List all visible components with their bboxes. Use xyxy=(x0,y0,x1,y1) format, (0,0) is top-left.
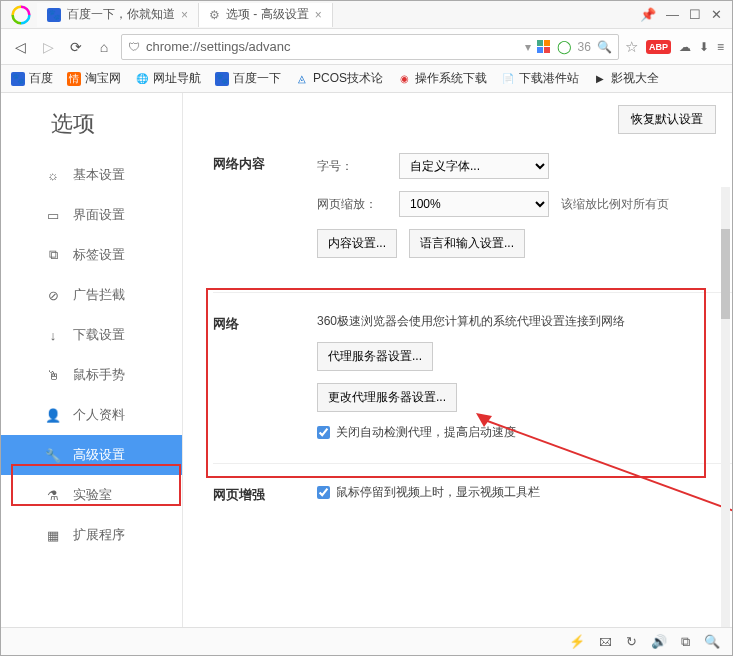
sidebar-item-tabs[interactable]: ⧉标签设置 xyxy=(1,235,182,275)
url-input[interactable] xyxy=(146,39,519,54)
sidebar-label: 高级设置 xyxy=(73,446,125,464)
lang-settings-button[interactable]: 语言和输入设置... xyxy=(409,229,525,258)
bookmark-label: PCOS技术论 xyxy=(313,70,383,87)
bookmark-label: 淘宝网 xyxy=(85,70,121,87)
bookmark-label: 百度 xyxy=(29,70,53,87)
home-button[interactable]: ⌂ xyxy=(93,36,115,58)
bookmark-item[interactable]: ◉操作系统下载 xyxy=(397,70,487,87)
close-button[interactable]: ✕ xyxy=(711,7,722,22)
browser-toolbar: ◁ ▷ ⟳ ⌂ 🛡 ▾ ◯ 36 🔍 ☆ ABP ☁ ⬇ ≡ xyxy=(1,29,732,65)
sidebar-title: 选项 xyxy=(1,93,182,155)
browser-tab-active[interactable]: ⚙ 选项 - 高级设置 × xyxy=(199,3,333,27)
sidebar-item-ui[interactable]: ▭界面设置 xyxy=(1,195,182,235)
tab-title: 百度一下，你就知道 xyxy=(67,6,175,23)
sidebar-label: 鼠标手势 xyxy=(73,366,125,384)
os-icon: ◉ xyxy=(397,72,411,86)
sidebar-label: 扩展程序 xyxy=(73,526,125,544)
browser-tab[interactable]: 🐾 百度一下，你就知道 × xyxy=(37,3,199,27)
search-icon[interactable]: 🔍 xyxy=(597,40,612,54)
bookmark-item[interactable]: 📄下载港件站 xyxy=(501,70,579,87)
zoom-select[interactable]: 100% xyxy=(399,191,549,217)
download-icon: 📄 xyxy=(501,72,515,86)
forward-button[interactable]: ▷ xyxy=(37,36,59,58)
bookmark-item[interactable]: 🐾百度一下 xyxy=(215,70,281,87)
scrollbar-thumb[interactable] xyxy=(721,229,730,319)
tabs-icon: ⧉ xyxy=(45,247,61,263)
block-icon: ⊘ xyxy=(45,288,61,303)
settings-sidebar: 选项 ☼基本设置 ▭界面设置 ⧉标签设置 ⊘广告拦截 ↓下载设置 🖱鼠标手势 👤… xyxy=(1,93,183,627)
split-icon[interactable]: ⧉ xyxy=(681,634,690,650)
page-content: 选项 ☼基本设置 ▭界面设置 ⧉标签设置 ⊘广告拦截 ↓下载设置 🖱鼠标手势 👤… xyxy=(1,93,732,627)
compat-icon[interactable]: ⚡ xyxy=(569,634,585,649)
sidebar-item-profile[interactable]: 👤个人资料 xyxy=(1,395,182,435)
restore-default-button[interactable]: 恢复默认设置 xyxy=(618,105,716,134)
sidebar-label: 基本设置 xyxy=(73,166,125,184)
reload-button[interactable]: ⟳ xyxy=(65,36,87,58)
sun-icon: ☼ xyxy=(45,168,61,183)
back-button[interactable]: ◁ xyxy=(9,36,31,58)
abp-icon[interactable]: ABP xyxy=(646,40,671,54)
grid-icon: ▦ xyxy=(45,528,61,543)
sidebar-item-download[interactable]: ↓下载设置 xyxy=(1,315,182,355)
tab-close-icon[interactable]: × xyxy=(315,8,322,22)
sidebar-item-mouse[interactable]: 🖱鼠标手势 xyxy=(1,355,182,395)
baidu-icon: 🐾 xyxy=(47,8,61,22)
baidu-icon: 🐾 xyxy=(215,72,229,86)
sidebar-label: 界面设置 xyxy=(73,206,125,224)
apps-icon[interactable] xyxy=(537,40,551,53)
tab-close-icon[interactable]: × xyxy=(181,8,188,22)
sidebar-label: 标签设置 xyxy=(73,246,125,264)
font-label: 字号： xyxy=(317,158,387,175)
bookmark-label: 影视大全 xyxy=(611,70,659,87)
video-toolbar-checkbox[interactable] xyxy=(317,486,330,499)
tab-title: 选项 - 高级设置 xyxy=(226,6,309,23)
sidebar-label: 广告拦截 xyxy=(73,286,125,304)
bookmark-item[interactable]: 🐾百度 xyxy=(11,70,53,87)
sidebar-label: 下载设置 xyxy=(73,326,125,344)
bookmarks-bar: 🐾百度 情淘宝网 🌐网址导航 🐾百度一下 ◬PCOS技术论 ◉操作系统下载 📄下… xyxy=(1,65,732,93)
bookmark-item[interactable]: ▶影视大全 xyxy=(593,70,659,87)
search-count: 36 xyxy=(578,40,591,54)
sound-icon[interactable]: 🔊 xyxy=(651,634,667,649)
zoom-label: 网页缩放： xyxy=(317,196,387,213)
zoom-hint: 该缩放比例对所有页 xyxy=(561,196,669,213)
annotation-highlight xyxy=(206,288,706,478)
zoom-icon[interactable]: 🔍 xyxy=(704,634,720,649)
download-icon[interactable]: ⬇ xyxy=(699,40,709,54)
font-select[interactable]: 自定义字体... xyxy=(399,153,549,179)
refresh-icon[interactable]: ↻ xyxy=(626,634,637,649)
bookmark-label: 百度一下 xyxy=(233,70,281,87)
sidebar-label: 个人资料 xyxy=(73,406,125,424)
window-icon: ▭ xyxy=(45,208,61,223)
dropdown-icon[interactable]: ▾ xyxy=(525,40,531,54)
pin-icon[interactable]: 📌 xyxy=(640,7,656,22)
wrench-icon: 🔧 xyxy=(45,448,61,463)
status-bar: ⚡ 🖂 ↻ 🔊 ⧉ 🔍 xyxy=(1,627,732,655)
cloud-icon[interactable]: ☁ xyxy=(679,40,691,54)
bookmark-label: 网址导航 xyxy=(153,70,201,87)
bookmark-item[interactable]: 情淘宝网 xyxy=(67,70,121,87)
sidebar-item-basic[interactable]: ☼基本设置 xyxy=(1,155,182,195)
menu-icon[interactable]: ≡ xyxy=(717,40,724,54)
window-controls: 📌 — ☐ ✕ xyxy=(640,7,728,22)
bookmark-item[interactable]: 🌐网址导航 xyxy=(135,70,201,87)
sidebar-item-extensions[interactable]: ▦扩展程序 xyxy=(1,515,182,555)
section-title-webcontent: 网络内容 xyxy=(213,153,293,270)
bookmark-label: 下载港件站 xyxy=(519,70,579,87)
gear-icon: ⚙ xyxy=(209,8,220,22)
sidebar-item-adblock[interactable]: ⊘广告拦截 xyxy=(1,275,182,315)
translate-icon[interactable]: 🖂 xyxy=(599,634,612,649)
star-icon[interactable]: ☆ xyxy=(625,38,638,56)
taobao-icon: 情 xyxy=(67,72,81,86)
scrollbar-vertical[interactable] xyxy=(721,187,730,656)
download-icon: ↓ xyxy=(45,328,61,343)
baidu-icon: 🐾 xyxy=(11,72,25,86)
content-settings-button[interactable]: 内容设置... xyxy=(317,229,397,258)
circle-icon[interactable]: ◯ xyxy=(557,39,572,54)
address-bar[interactable]: 🛡 ▾ ◯ 36 🔍 xyxy=(121,34,619,60)
maximize-button[interactable]: ☐ xyxy=(689,7,701,22)
window-titlebar: 🐾 百度一下，你就知道 × ⚙ 选项 - 高级设置 × 📌 — ☐ ✕ xyxy=(1,1,732,29)
minimize-button[interactable]: — xyxy=(666,7,679,22)
bookmark-item[interactable]: ◬PCOS技术论 xyxy=(295,70,383,87)
checkbox-label: 鼠标停留到视频上时，显示视频工具栏 xyxy=(336,484,540,501)
